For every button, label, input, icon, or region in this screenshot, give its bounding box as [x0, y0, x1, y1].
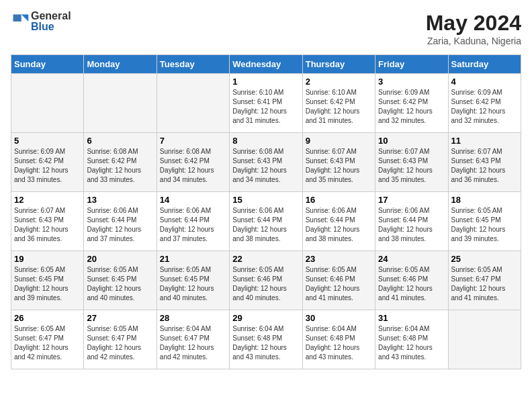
day-info: Sunrise: 6:04 AM Sunset: 6:48 PM Dayligh… [306, 324, 372, 362]
day-info: Sunrise: 6:08 AM Sunset: 6:42 PM Dayligh… [160, 147, 226, 185]
calendar-week-3: 12Sunrise: 6:07 AM Sunset: 6:43 PM Dayli… [11, 192, 521, 251]
day-number: 21 [160, 254, 226, 264]
day-number: 7 [160, 136, 226, 146]
day-number: 22 [232, 254, 299, 264]
col-wednesday: Wednesday [230, 55, 302, 74]
day-info: Sunrise: 6:04 AM Sunset: 6:48 PM Dayligh… [378, 324, 445, 362]
calendar-cell: 9Sunrise: 6:07 AM Sunset: 6:43 PM Daylig… [302, 133, 375, 192]
day-number: 6 [87, 136, 153, 146]
day-info: Sunrise: 6:05 AM Sunset: 6:46 PM Dayligh… [378, 265, 445, 303]
calendar-cell: 16Sunrise: 6:06 AM Sunset: 6:44 PM Dayli… [302, 192, 375, 251]
day-number: 13 [87, 195, 153, 205]
calendar-week-4: 19Sunrise: 6:05 AM Sunset: 6:45 PM Dayli… [11, 251, 521, 310]
calendar-cell: 29Sunrise: 6:04 AM Sunset: 6:48 PM Dayli… [230, 310, 302, 369]
calendar-cell [448, 310, 521, 369]
day-info: Sunrise: 6:06 AM Sunset: 6:44 PM Dayligh… [87, 206, 153, 244]
logo-blue-text: Blue [31, 21, 71, 32]
calendar-cell: 24Sunrise: 6:05 AM Sunset: 6:46 PM Dayli… [375, 251, 448, 310]
col-monday: Monday [84, 55, 157, 74]
day-info: Sunrise: 6:08 AM Sunset: 6:43 PM Dayligh… [232, 147, 299, 185]
calendar-cell: 11Sunrise: 6:07 AM Sunset: 6:43 PM Dayli… [448, 133, 521, 192]
day-info: Sunrise: 6:05 AM Sunset: 6:45 PM Dayligh… [87, 265, 153, 303]
calendar-cell: 30Sunrise: 6:04 AM Sunset: 6:48 PM Dayli… [302, 310, 375, 369]
calendar-cell: 7Sunrise: 6:08 AM Sunset: 6:42 PM Daylig… [157, 133, 229, 192]
calendar-cell: 12Sunrise: 6:07 AM Sunset: 6:43 PM Dayli… [11, 192, 84, 251]
day-info: Sunrise: 6:09 AM Sunset: 6:42 PM Dayligh… [14, 147, 81, 185]
svg-rect-1 [13, 15, 21, 22]
day-number: 29 [232, 313, 299, 323]
day-info: Sunrise: 6:06 AM Sunset: 6:44 PM Dayligh… [378, 206, 445, 244]
calendar-cell: 1Sunrise: 6:10 AM Sunset: 6:41 PM Daylig… [230, 74, 302, 133]
calendar-cell: 13Sunrise: 6:06 AM Sunset: 6:44 PM Dayli… [84, 192, 157, 251]
day-info: Sunrise: 6:05 AM Sunset: 6:47 PM Dayligh… [451, 265, 518, 303]
logo-icon [11, 12, 30, 31]
calendar-cell: 2Sunrise: 6:10 AM Sunset: 6:42 PM Daylig… [302, 74, 375, 133]
day-number: 12 [14, 195, 81, 205]
day-info: Sunrise: 6:07 AM Sunset: 6:43 PM Dayligh… [378, 147, 445, 185]
day-number: 8 [232, 136, 299, 146]
day-number: 4 [451, 77, 518, 87]
col-sunday: Sunday [11, 55, 84, 74]
logo-general-text: General [31, 11, 71, 21]
col-friday: Friday [375, 55, 448, 74]
day-number: 2 [306, 77, 372, 87]
calendar-cell: 27Sunrise: 6:05 AM Sunset: 6:47 PM Dayli… [84, 310, 157, 369]
calendar-cell: 28Sunrise: 6:04 AM Sunset: 6:47 PM Dayli… [157, 310, 229, 369]
calendar-week-2: 5Sunrise: 6:09 AM Sunset: 6:42 PM Daylig… [11, 133, 521, 192]
day-info: Sunrise: 6:05 AM Sunset: 6:45 PM Dayligh… [14, 265, 81, 303]
calendar-week-5: 26Sunrise: 6:05 AM Sunset: 6:47 PM Dayli… [11, 310, 521, 369]
logo: General Blue [11, 11, 71, 32]
day-number: 11 [451, 136, 518, 146]
calendar-cell: 26Sunrise: 6:05 AM Sunset: 6:47 PM Dayli… [11, 310, 84, 369]
day-number: 30 [306, 313, 372, 323]
day-info: Sunrise: 6:10 AM Sunset: 6:41 PM Dayligh… [232, 88, 299, 126]
calendar-cell: 4Sunrise: 6:09 AM Sunset: 6:42 PM Daylig… [448, 74, 521, 133]
page-header: General Blue May 2024 Zaria, Kaduna, Nig… [11, 11, 521, 46]
calendar-cell [11, 74, 84, 133]
calendar-cell: 20Sunrise: 6:05 AM Sunset: 6:45 PM Dayli… [84, 251, 157, 310]
calendar-subtitle: Zaria, Kaduna, Nigeria [426, 36, 521, 46]
day-info: Sunrise: 6:09 AM Sunset: 6:42 PM Dayligh… [378, 88, 445, 126]
day-info: Sunrise: 6:06 AM Sunset: 6:44 PM Dayligh… [232, 206, 299, 244]
day-number: 28 [160, 313, 226, 323]
day-info: Sunrise: 6:06 AM Sunset: 6:44 PM Dayligh… [306, 206, 372, 244]
day-info: Sunrise: 6:05 AM Sunset: 6:47 PM Dayligh… [14, 324, 81, 362]
calendar-cell: 8Sunrise: 6:08 AM Sunset: 6:43 PM Daylig… [230, 133, 302, 192]
calendar-cell: 25Sunrise: 6:05 AM Sunset: 6:47 PM Dayli… [448, 251, 521, 310]
day-number: 23 [306, 254, 372, 264]
day-info: Sunrise: 6:10 AM Sunset: 6:42 PM Dayligh… [306, 88, 372, 126]
day-info: Sunrise: 6:05 AM Sunset: 6:47 PM Dayligh… [87, 324, 153, 362]
calendar-cell: 23Sunrise: 6:05 AM Sunset: 6:46 PM Dayli… [302, 251, 375, 310]
calendar-cell: 31Sunrise: 6:04 AM Sunset: 6:48 PM Dayli… [375, 310, 448, 369]
calendar-cell: 6Sunrise: 6:08 AM Sunset: 6:42 PM Daylig… [84, 133, 157, 192]
calendar-cell [84, 74, 157, 133]
day-number: 19 [14, 254, 81, 264]
calendar-cell: 18Sunrise: 6:05 AM Sunset: 6:45 PM Dayli… [448, 192, 521, 251]
day-number: 18 [451, 195, 518, 205]
calendar-cell [157, 74, 229, 133]
calendar-header: Sunday Monday Tuesday Wednesday Thursday… [11, 55, 521, 74]
day-number: 26 [14, 313, 81, 323]
calendar-cell: 14Sunrise: 6:06 AM Sunset: 6:44 PM Dayli… [157, 192, 229, 251]
day-info: Sunrise: 6:05 AM Sunset: 6:45 PM Dayligh… [160, 265, 226, 303]
day-info: Sunrise: 6:05 AM Sunset: 6:45 PM Dayligh… [451, 206, 518, 244]
calendar-body: 1Sunrise: 6:10 AM Sunset: 6:41 PM Daylig… [11, 74, 521, 369]
calendar-cell: 21Sunrise: 6:05 AM Sunset: 6:45 PM Dayli… [157, 251, 229, 310]
day-info: Sunrise: 6:08 AM Sunset: 6:42 PM Dayligh… [87, 147, 153, 185]
day-info: Sunrise: 6:06 AM Sunset: 6:44 PM Dayligh… [160, 206, 226, 244]
calendar-cell: 5Sunrise: 6:09 AM Sunset: 6:42 PM Daylig… [11, 133, 84, 192]
title-block: May 2024 Zaria, Kaduna, Nigeria [426, 11, 521, 46]
calendar-cell: 22Sunrise: 6:05 AM Sunset: 6:46 PM Dayli… [230, 251, 302, 310]
calendar-week-1: 1Sunrise: 6:10 AM Sunset: 6:41 PM Daylig… [11, 74, 521, 133]
calendar-title: May 2024 [426, 11, 521, 36]
day-number: 5 [14, 136, 81, 146]
calendar-table: Sunday Monday Tuesday Wednesday Thursday… [11, 54, 521, 369]
day-number: 17 [378, 195, 445, 205]
day-number: 9 [306, 136, 372, 146]
calendar-cell: 19Sunrise: 6:05 AM Sunset: 6:45 PM Dayli… [11, 251, 84, 310]
calendar-cell: 15Sunrise: 6:06 AM Sunset: 6:44 PM Dayli… [230, 192, 302, 251]
day-info: Sunrise: 6:07 AM Sunset: 6:43 PM Dayligh… [14, 206, 81, 244]
day-info: Sunrise: 6:04 AM Sunset: 6:47 PM Dayligh… [160, 324, 226, 362]
calendar-cell: 17Sunrise: 6:06 AM Sunset: 6:44 PM Dayli… [375, 192, 448, 251]
day-number: 15 [232, 195, 299, 205]
